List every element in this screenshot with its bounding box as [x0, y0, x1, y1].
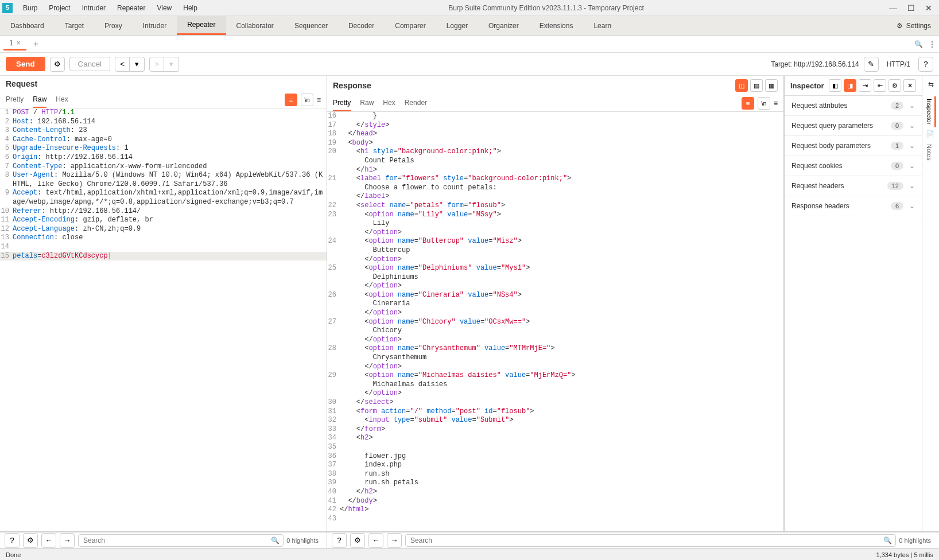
gear-icon: ⚙ [897, 22, 903, 30]
main-tab-extensions[interactable]: Extensions [529, 16, 584, 35]
statusbar: Done 1,334 bytes | 5 millis [0, 548, 939, 560]
settings-icon[interactable]: ⚙ [23, 533, 38, 548]
inspector-close-button[interactable]: ✕ [903, 79, 916, 92]
search-icon[interactable]: 🔍 [914, 40, 923, 48]
close-icon[interactable]: ✕ [925, 3, 932, 13]
inspector-row-response-headers[interactable]: Response headers6⌄ [785, 196, 922, 216]
window-title: Burp Suite Community Edition v2023.11.1.… [203, 4, 889, 12]
help-button[interactable]: ? [918, 57, 933, 72]
response-tab-raw[interactable]: Raw [360, 95, 374, 111]
inspector-view2-button[interactable]: ◨ [844, 79, 856, 92]
inspector-row-request-attributes[interactable]: Request attributes2⌄ [785, 96, 922, 116]
main-tab-collaborator[interactable]: Collaborator [226, 16, 284, 35]
response-tab-hex[interactable]: Hex [383, 95, 395, 111]
titlebar: 5 BurpProjectIntruderRepeaterViewHelp Bu… [0, 0, 939, 16]
cancel-button[interactable]: Cancel [69, 57, 111, 71]
rail-toggle-icon[interactable]: ⇆ [928, 80, 934, 88]
edit-target-button[interactable]: ✎ [864, 57, 879, 72]
main-tab-dashboard[interactable]: Dashboard [0, 16, 55, 35]
inspector-row-request-query-parameters[interactable]: Request query parameters0⌄ [785, 116, 922, 136]
request-editor[interactable]: 1POST / HTTP/1.12Host: 192.168.56.1143Co… [0, 108, 327, 531]
menu-burp[interactable]: Burp [17, 4, 43, 12]
menu-view[interactable]: View [151, 4, 177, 12]
history-forward-button[interactable]: > [149, 57, 164, 72]
hamburger-icon[interactable]: ≡ [774, 99, 778, 107]
main-tab-proxy[interactable]: Proxy [94, 16, 133, 35]
send-options-button[interactable]: ⚙ [50, 57, 65, 72]
show-newlines-button[interactable]: \n [758, 97, 770, 110]
rail-inspector[interactable]: Inspector [926, 96, 936, 127]
chevron-down-icon: ⌄ [909, 142, 915, 150]
inspector-collapse-button[interactable]: ⇥ [859, 79, 871, 92]
inspector-row-request-headers[interactable]: Request headers12⌄ [785, 176, 922, 196]
layout-columns-button[interactable]: ◫ [735, 79, 748, 92]
rail-notes[interactable]: Notes [926, 142, 933, 163]
main-tab-repeater[interactable]: Repeater [177, 16, 226, 35]
search-go-icon[interactable]: 🔍 [883, 536, 892, 545]
main-tab-target[interactable]: Target [55, 16, 94, 35]
menu-project[interactable]: Project [43, 4, 76, 12]
maximize-icon[interactable]: ☐ [907, 3, 915, 13]
add-tab-button[interactable]: + [29, 37, 43, 51]
help-icon[interactable]: ? [332, 533, 347, 548]
main-tabs: DashboardTargetProxyIntruderRepeaterColl… [0, 16, 939, 36]
history-back-button[interactable]: < [115, 57, 130, 72]
history-forward-dropdown[interactable]: ▾ [164, 57, 179, 72]
history-back-dropdown[interactable]: ▾ [130, 57, 145, 72]
main-tab-logger[interactable]: Logger [436, 16, 478, 35]
nav-back-icon[interactable]: ← [41, 533, 56, 548]
inspector-expand-button[interactable]: ⇤ [874, 79, 886, 92]
menu-help[interactable]: Help [177, 4, 203, 12]
request-tab-hex[interactable]: Hex [56, 92, 68, 108]
main-tab-sequencer[interactable]: Sequencer [284, 16, 338, 35]
request-highlights-count: 0 highlights [283, 537, 322, 544]
wrap-lines-button[interactable]: ≡ [742, 97, 754, 110]
main-tab-organizer[interactable]: Organizer [478, 16, 529, 35]
menu-intruder[interactable]: Intruder [76, 4, 111, 12]
request-panel: Request PrettyRawHex ≡ \n ≡ 1POST / HTTP… [0, 76, 327, 531]
request-tab-raw[interactable]: Raw [33, 92, 46, 108]
inspector-title: Inspector [790, 81, 824, 90]
target-label: Target: http://192.168.56.114 [771, 60, 859, 68]
close-tab-icon[interactable]: × [17, 39, 21, 47]
inspector-view1-button[interactable]: ◧ [829, 79, 841, 92]
chevron-down-icon: ⌄ [909, 162, 915, 170]
nav-back-icon[interactable]: ← [368, 533, 383, 548]
inspector-row-request-cookies[interactable]: Request cookies0⌄ [785, 156, 922, 176]
layout-tabs-button[interactable]: ▦ [765, 79, 778, 92]
settings-icon[interactable]: ⚙ [350, 533, 365, 548]
repeater-toolbar: Send ⚙ Cancel < ▾ > ▾ Target: http://192… [0, 53, 939, 76]
repeater-tab-1[interactable]: 1 × [3, 37, 26, 50]
send-button[interactable]: Send [6, 57, 45, 71]
notes-icon[interactable]: 📄 [926, 130, 936, 138]
response-panel: Response ◫ ▤ ▦ PrettyRawHexRender ≡ \n ≡… [327, 76, 784, 531]
response-search-bar: ? ⚙ ← → 🔍 0 highlights [327, 532, 939, 548]
help-icon[interactable]: ? [5, 533, 20, 548]
hamburger-icon[interactable]: ≡ [317, 96, 321, 104]
menu-dots-icon[interactable]: ⋮ [929, 40, 936, 48]
request-tab-pretty[interactable]: Pretty [6, 92, 24, 108]
menu-repeater[interactable]: Repeater [111, 4, 151, 12]
nav-forward-icon[interactable]: → [387, 533, 402, 548]
response-tab-render[interactable]: Render [405, 95, 427, 111]
main-tab-intruder[interactable]: Intruder [133, 16, 177, 35]
response-viewer[interactable]: 16 }17 </style>18 </head>19 <body>20 <h1… [327, 112, 783, 531]
chevron-down-icon: ⌄ [909, 122, 915, 130]
show-newlines-button[interactable]: \n [301, 94, 313, 106]
settings-button[interactable]: ⚙ Settings [888, 16, 939, 35]
inspector-row-request-body-parameters[interactable]: Request body parameters1⌄ [785, 136, 922, 156]
main-tab-decoder[interactable]: Decoder [338, 16, 385, 35]
request-view-tabs: PrettyRawHex ≡ \n ≡ [0, 92, 327, 108]
chevron-down-icon: ⌄ [909, 202, 915, 210]
main-tab-comparer[interactable]: Comparer [385, 16, 436, 35]
nav-forward-icon[interactable]: → [60, 533, 75, 548]
response-tab-pretty[interactable]: Pretty [333, 95, 351, 111]
response-search-input[interactable] [405, 534, 896, 547]
layout-rows-button[interactable]: ▤ [750, 79, 763, 92]
wrap-lines-button[interactable]: ≡ [285, 94, 297, 106]
request-search-input[interactable] [78, 534, 284, 547]
minimize-icon[interactable]: — [889, 3, 897, 13]
main-tab-learn[interactable]: Learn [583, 16, 622, 35]
inspector-settings-button[interactable]: ⚙ [888, 79, 901, 92]
search-go-icon[interactable]: 🔍 [271, 536, 280, 545]
